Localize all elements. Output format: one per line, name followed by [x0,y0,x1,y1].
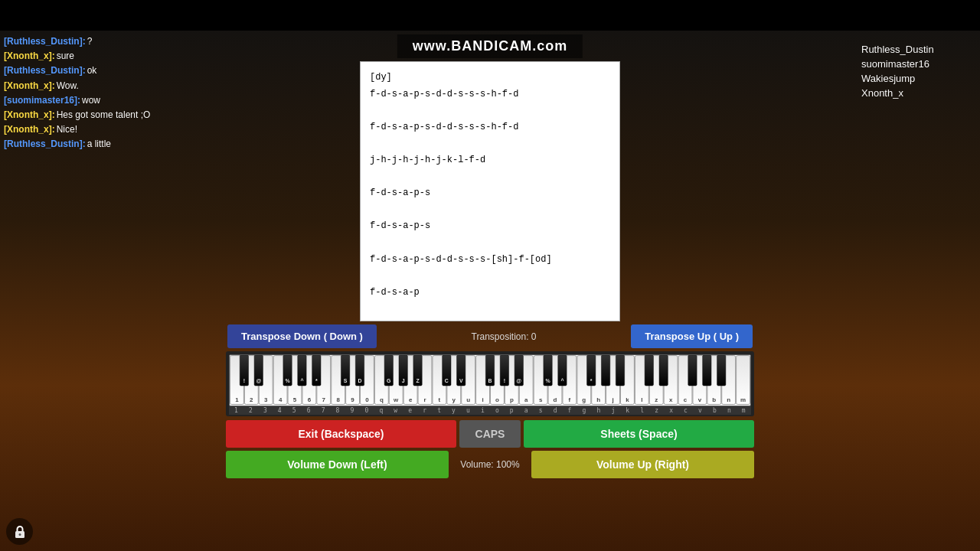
player-item-1: Ruthless_Dustin [861,42,976,57]
svg-text:h: h [596,396,600,403]
svg-text:f: f [569,396,571,403]
svg-text:5: 5 [293,396,297,403]
players-list: Ruthless_Dustin suomimaster16 Wakiesjump… [861,42,976,100]
exit-button[interactable]: Exit (Backspace) [226,420,456,448]
svg-text:D: D [358,378,361,383]
svg-text:3: 3 [264,396,268,403]
transpose-info: Transposition: 0 [472,331,537,342]
chat-name-3: [Ruthless_Dustin]: [4,64,86,78]
svg-text:C: C [445,378,449,383]
chat-text-4: Wow. [57,79,79,93]
top-bar [0,0,980,31]
sheet-line-14: f-d-s-a-p [370,285,610,302]
transpose-bar: Transpose Down ( Down ) Transposition: 0… [226,324,754,348]
chat-name-5: [suomimaster16]: [4,93,80,108]
lock-icon [12,524,28,540]
volume-up-button[interactable]: Volume Up (Right) [531,451,754,478]
svg-text:g: g [582,396,586,403]
svg-text:!: ! [504,378,505,383]
sheet-line-1: [dy] [370,70,610,86]
sheets-button[interactable]: Sheets (Space) [524,420,754,448]
sheet-line-2: f-d-s-a-p-s-d-d-s-s-s-h-f-d [370,86,610,103]
svg-text:J: J [402,378,405,383]
svg-text:k: k [626,396,629,403]
svg-point-116 [18,533,21,536]
piano-keyboard-container: Transpose Down ( Down ) Transposition: 0… [226,324,754,478]
player-item-3: Wakiesjump [861,71,976,86]
svg-text:G: G [387,378,390,383]
chat-text-5: wow [82,93,100,108]
piano-keys-wrapper: 1234567890qwertyuiopasdfghjklzxcvbnm!@%^… [226,351,754,416]
svg-rect-108 [601,355,609,386]
sheet-line-8: f-d-s-a-p-s [370,185,610,202]
svg-text:p: p [510,396,514,403]
svg-text:l: l [641,396,642,403]
chat-msg-5: [suomimaster16]: wow [4,93,195,108]
chat-text-1: ? [87,34,93,49]
svg-text:2: 2 [250,396,253,403]
svg-text:a: a [524,396,528,403]
volume-down-button[interactable]: Volume Down (Left) [226,451,449,478]
svg-text:u: u [466,396,470,403]
sheet-line-10: f-d-s-a-p-s [370,218,610,235]
sheet-line-11 [370,235,610,252]
svg-text:n: n [727,396,730,403]
svg-text:t: t [439,396,441,403]
chat-overlay: [Ruthless_Dustin]: ? [Xnonth_x]: sure [R… [4,34,195,152]
svg-text:!: ! [243,378,245,383]
svg-text:d: d [554,396,557,403]
piano-full: 1234567890qwertyuiopasdfghjklzxcvbnm!@%^… [229,354,751,406]
chat-name-6: [Xnonth_x]: [4,108,55,122]
sheet-line-13 [370,268,610,285]
piano-svg[interactable]: 1234567890qwertyuiopasdfghjklzxcvbnm!@%^… [230,355,750,407]
chat-msg-8: [Ruthless_Dustin]: a little [4,137,195,152]
svg-text:*: * [590,378,593,383]
svg-text:x: x [669,396,673,403]
bottom-row2: Volume Down (Left) Volume: 100% Volume U… [226,451,754,478]
svg-rect-114 [717,355,726,386]
sheet-line-4: f-d-s-a-p-s-d-d-s-s-s-h-f-d [370,119,610,136]
svg-text:s: s [539,396,543,403]
svg-text:%: % [545,378,550,383]
sheet-line-5 [370,135,610,152]
sheet-line-3 [370,103,610,119]
volume-info: Volume: 100% [452,459,528,470]
svg-rect-111 [659,355,668,386]
svg-text:4: 4 [279,396,283,403]
svg-text:w: w [393,396,399,403]
svg-rect-113 [703,355,711,386]
caps-button[interactable]: CAPS [459,420,521,448]
svg-text:V: V [459,378,463,383]
transpose-down-button[interactable]: Transpose Down ( Down ) [227,324,377,348]
chat-text-8: a little [87,137,111,152]
chat-msg-6: [Xnonth_x]: Hes got some talent ;O [4,108,195,122]
svg-text:y: y [452,396,456,403]
chat-name-4: [Xnonth_x]: [4,79,55,93]
svg-text:o: o [495,396,499,403]
chat-name-7: [Xnonth_x]: [4,122,55,137]
svg-text:^: ^ [300,378,303,383]
svg-text:j: j [611,396,613,403]
svg-text:Z: Z [416,378,420,383]
sheet-line-7 [370,169,610,186]
bottom-row1: Exit (Backspace) CAPS Sheets (Space) [226,420,754,448]
transpose-up-button[interactable]: Transpose Up ( Up ) [631,324,753,348]
svg-text:b: b [712,396,716,403]
sheet-line-12: f-d-s-a-p-s-d-d-s-s-s-[sh]-f-[od] [370,252,610,269]
svg-text:^: ^ [560,378,564,383]
svg-text:*: * [315,378,318,383]
svg-rect-110 [645,355,653,386]
chat-text-6: Hes got some talent ;O [57,108,151,122]
chat-text-2: sure [57,49,74,64]
svg-text:6: 6 [308,396,312,403]
player-item-2: suomimaster16 [861,57,976,71]
sheet-panel: [dy] f-d-s-a-p-s-d-d-s-s-s-h-f-d f-d-s-a… [360,61,620,321]
chat-text-3: ok [87,64,97,78]
chat-msg-3: [Ruthless_Dustin]: ok [4,64,195,78]
svg-text:q: q [380,396,384,403]
svg-text:m: m [740,396,746,403]
chat-name-1: [Ruthless_Dustin]: [4,34,86,49]
lower-labels-row: 1234567890qwertyuiopasdfghjklzxcvbnm [229,406,751,415]
chat-msg-7: [Xnonth_x]: Nice! [4,122,195,137]
svg-text:7: 7 [322,396,326,403]
